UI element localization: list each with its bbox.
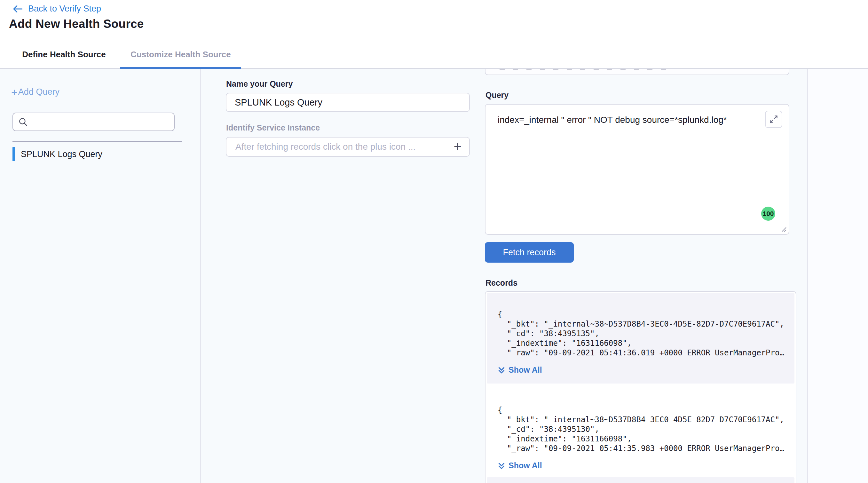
right-gutter: [808, 69, 868, 483]
identify-service-instance-label: Identify Service Instance: [226, 123, 320, 132]
service-instance-field: +: [226, 137, 470, 157]
record-count-badge: 100: [761, 207, 775, 221]
double-chevron-down-icon: [498, 461, 505, 470]
record-json-line: "_indextime": "1631166098",: [498, 338, 785, 348]
records-label: Records: [486, 278, 518, 288]
active-item-indicator: [12, 147, 15, 161]
record-json-line: {: [498, 405, 785, 415]
add-service-instance-plus-icon[interactable]: +: [452, 141, 463, 153]
clipped-top-input[interactable]: [485, 69, 789, 75]
name-your-query-label: Name your Query: [226, 79, 292, 89]
record-json-line: "_cd": "38:4395135",: [498, 329, 785, 338]
double-chevron-down-icon: [498, 366, 505, 374]
expand-icon: [769, 115, 778, 124]
clipped-text-fragment: [500, 69, 666, 70]
query-textarea[interactable]: index=_internal " error " NOT debug sour…: [485, 104, 789, 235]
tab-customize-health-source[interactable]: Customize Health Source: [120, 41, 241, 68]
sidebar-divider: [200, 69, 201, 483]
search-input[interactable]: [32, 117, 169, 127]
record-json-line: "_cd": "38:4395130",: [498, 424, 785, 434]
record-json-line: "_bkt": "_internal~38~D537D8B4-3EC0-4D5E…: [498, 319, 785, 329]
sidebar-list-divider: [12, 141, 182, 142]
page-header: Back to Verify Step Add New Health Sourc…: [0, 0, 868, 40]
record-json-line: "_bkt": "_internal~38~D537D8B4-3EC0-4D5E…: [498, 415, 785, 424]
plus-icon: +: [11, 87, 18, 97]
service-instance-input[interactable]: [235, 141, 452, 152]
record-json-line: "_indextime": "1631166098",: [498, 434, 785, 444]
record-card: { "_bkt": "_internal~38~D537D8B4-3EC0-4D…: [487, 293, 795, 384]
show-all-link[interactable]: Show All: [498, 365, 542, 374]
record-json-line: "_raw": "09-09-2021 05:41:35.983 +0000 E…: [498, 444, 785, 453]
page-title: Add New Health Source: [9, 17, 144, 31]
record-card: { "_bkt": "_internal~38~D537D8B4-3EC0-4D…: [487, 384, 795, 477]
record-card-partial: [487, 477, 795, 483]
query-label: Query: [486, 91, 508, 100]
show-all-label: Show All: [508, 365, 542, 374]
add-health-source-page: Back to Verify Step Add New Health Sourc…: [0, 0, 868, 483]
expand-query-button[interactable]: [765, 111, 782, 128]
query-name-input[interactable]: [226, 93, 470, 112]
record-json-line: "_raw": "09-09-2021 05:41:36.019 +0000 E…: [498, 348, 785, 358]
tab-define-health-source[interactable]: Define Health Source: [13, 41, 115, 68]
resize-handle[interactable]: [781, 226, 787, 233]
query-value: index=_internal " error " NOT debug sour…: [498, 115, 753, 125]
search-icon: [18, 117, 28, 127]
show-all-label: Show All: [508, 461, 542, 470]
records-panel: { "_bkt": "_internal~38~D537D8B4-3EC0-4D…: [485, 291, 796, 483]
right-column-divider: [807, 69, 808, 483]
back-link[interactable]: Back to Verify Step: [12, 4, 101, 14]
sidebar-item-splunk-logs-query[interactable]: SPLUNK Logs Query: [12, 147, 102, 162]
record-json-line: {: [498, 310, 785, 319]
fetch-records-button[interactable]: Fetch records: [485, 242, 574, 263]
back-link-label: Back to Verify Step: [28, 4, 101, 14]
show-all-link[interactable]: Show All: [498, 461, 542, 470]
query-search-box[interactable]: [12, 113, 175, 131]
back-arrow-icon: [12, 4, 23, 14]
add-query-label: Add Query: [18, 87, 60, 97]
add-query-button[interactable]: + Add Query: [11, 87, 60, 97]
sidebar-item-label: SPLUNK Logs Query: [21, 149, 102, 159]
tab-bar: Define Health Source Customize Health So…: [0, 41, 868, 69]
